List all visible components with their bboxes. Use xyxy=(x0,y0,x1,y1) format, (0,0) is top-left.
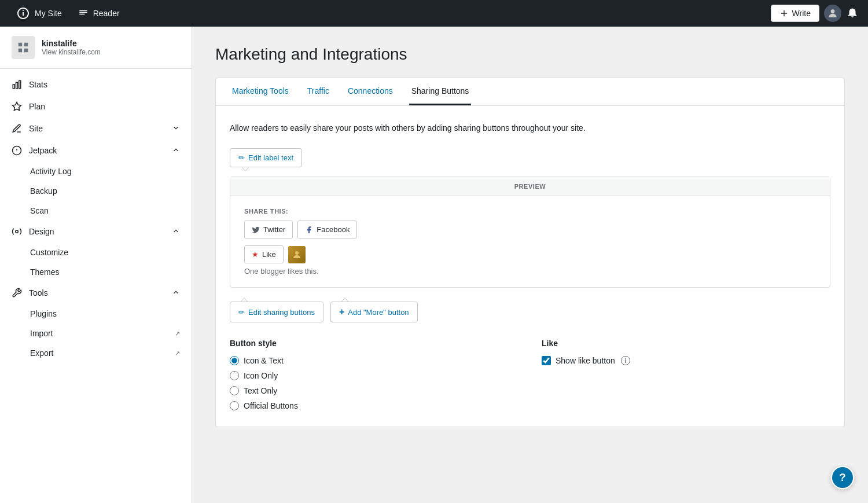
preview-header: PREVIEW xyxy=(230,177,830,196)
user-avatar[interactable] xyxy=(824,5,841,22)
tab-connections[interactable]: Connections xyxy=(345,78,395,105)
site-chevron-icon xyxy=(172,124,180,134)
like-button[interactable]: ★ Like xyxy=(244,245,284,263)
radio-official-label: Official Buttons xyxy=(244,401,298,410)
plan-label: Plan xyxy=(29,102,45,111)
facebook-btn-label: Facebook xyxy=(317,225,350,234)
button-style-radio-group: Icon & Text Icon Only Text Only xyxy=(230,356,518,410)
sidebar-item-plan[interactable]: Plan xyxy=(0,96,192,118)
radio-icon-text-input[interactable] xyxy=(230,356,239,365)
radio-icon-only-input[interactable] xyxy=(230,371,239,380)
write-label: Write xyxy=(792,9,811,18)
radio-official-input[interactable] xyxy=(230,401,239,410)
like-title: Like xyxy=(542,339,830,348)
svg-rect-7 xyxy=(19,80,21,89)
radio-text-only-input[interactable] xyxy=(230,386,239,395)
radio-icon-text[interactable]: Icon & Text xyxy=(230,356,518,365)
share-this-label: SHARE THIS: xyxy=(244,208,816,215)
svg-marker-8 xyxy=(13,102,21,111)
sidebar-item-customize[interactable]: Customize xyxy=(0,243,192,262)
share-buttons-row: Twitter Facebook xyxy=(244,221,816,238)
like-section: ★ Like xyxy=(244,245,816,263)
sidebar-item-scan[interactable]: Scan xyxy=(0,201,192,221)
stats-label: Stats xyxy=(29,80,47,89)
svg-rect-5 xyxy=(13,85,14,89)
settings-section: Button style Icon & Text Icon Only xyxy=(230,339,830,410)
reader-nav-item[interactable]: Reader xyxy=(71,8,127,19)
jetpack-chevron-icon xyxy=(172,146,180,156)
export-external-icon: ↗ xyxy=(175,350,180,357)
sidebar-item-export[interactable]: Export ↗ xyxy=(0,343,192,363)
site-url: View kinstalife.com xyxy=(42,48,101,56)
radio-text-only[interactable]: Text Only xyxy=(230,386,518,395)
sharing-description: Allow readers to easily share your posts… xyxy=(230,122,830,134)
sidebar-item-tools[interactable]: Tools xyxy=(0,282,192,304)
sidebar: kinstalife View kinstalife.com Stats Pla… xyxy=(0,27,192,503)
backup-label: Backup xyxy=(30,186,57,196)
svg-point-0 xyxy=(831,9,835,13)
like-col: Like Show like button i xyxy=(542,339,830,410)
add-more-label: Add "More" button xyxy=(348,308,409,317)
sidebar-item-site[interactable]: Site xyxy=(0,118,192,139)
svg-point-13 xyxy=(295,251,299,255)
design-chevron-icon xyxy=(172,227,180,237)
jetpack-label: Jetpack xyxy=(29,146,57,155)
button-style-col: Button style Icon & Text Icon Only xyxy=(230,339,518,410)
svg-rect-6 xyxy=(16,82,18,89)
show-like-button-checkbox[interactable]: Show like button i xyxy=(542,356,830,365)
main-content: Marketing and Integrations Marketing Too… xyxy=(192,27,868,503)
top-navigation: My Site Reader Write xyxy=(0,0,868,27)
design-label: Design xyxy=(29,227,54,236)
customize-label: Customize xyxy=(30,248,68,257)
my-site-nav-item[interactable]: My Site xyxy=(9,6,69,20)
add-more-button[interactable]: + Add "More" button xyxy=(330,302,418,322)
preview-section: PREVIEW SHARE THIS: Twitter Facebook xyxy=(230,177,830,288)
edit-label-text-label: Edit label text xyxy=(248,153,293,162)
sidebar-item-design[interactable]: Design xyxy=(0,221,192,243)
tools-label: Tools xyxy=(29,288,48,298)
site-label: Site xyxy=(29,124,43,133)
sidebar-item-jetpack[interactable]: Jetpack xyxy=(0,139,192,161)
sidebar-item-stats[interactable]: Stats xyxy=(0,74,192,96)
sidebar-item-import[interactable]: Import ↗ xyxy=(0,324,192,343)
svg-rect-2 xyxy=(24,43,28,46)
scan-label: Scan xyxy=(30,206,49,215)
twitter-share-button[interactable]: Twitter xyxy=(244,221,293,238)
activity-log-label: Activity Log xyxy=(30,167,72,176)
sidebar-item-themes[interactable]: Themes xyxy=(0,262,192,282)
plugins-label: Plugins xyxy=(30,309,57,318)
content-card: Marketing Tools Traffic Connections Shar… xyxy=(215,78,845,427)
site-name: kinstalife xyxy=(42,39,101,48)
edit-label-text-button[interactable]: ✏ Edit label text xyxy=(230,148,302,167)
site-header[interactable]: kinstalife View kinstalife.com xyxy=(0,27,192,69)
svg-point-12 xyxy=(16,230,19,233)
one-blogger-text: One blogger likes this. xyxy=(244,267,816,276)
sidebar-item-activity-log[interactable]: Activity Log xyxy=(0,161,192,181)
sidebar-item-plugins[interactable]: Plugins xyxy=(0,304,192,324)
tools-chevron-icon xyxy=(172,288,180,298)
facebook-share-button[interactable]: Facebook xyxy=(297,221,357,238)
help-icon: ? xyxy=(840,472,846,484)
radio-official-buttons[interactable]: Official Buttons xyxy=(230,401,518,410)
show-like-info-icon[interactable]: i xyxy=(621,356,630,365)
svg-rect-1 xyxy=(19,43,22,46)
help-button[interactable]: ? xyxy=(831,466,854,489)
tab-sharing-buttons[interactable]: Sharing Buttons xyxy=(409,78,472,105)
radio-icon-only[interactable]: Icon Only xyxy=(230,371,518,380)
site-icon xyxy=(12,36,35,59)
notifications-bell[interactable] xyxy=(846,6,859,21)
export-label: Export xyxy=(30,348,53,358)
action-buttons: ✏ Edit sharing buttons + Add "More" butt… xyxy=(230,302,830,322)
edit-sharing-buttons-button[interactable]: ✏ Edit sharing buttons xyxy=(230,302,323,322)
tab-traffic[interactable]: Traffic xyxy=(305,78,332,105)
show-like-checkbox-input[interactable] xyxy=(542,356,551,365)
write-button[interactable]: Write xyxy=(771,5,819,22)
svg-rect-4 xyxy=(24,49,28,52)
tab-marketing-tools[interactable]: Marketing Tools xyxy=(230,78,291,105)
edit-sharing-label: Edit sharing buttons xyxy=(248,308,315,317)
import-label: Import xyxy=(30,329,53,338)
page-title: Marketing and Integrations xyxy=(215,45,845,64)
sidebar-item-backup[interactable]: Backup xyxy=(0,181,192,201)
blogger-avatar xyxy=(288,246,306,263)
show-like-label: Show like button xyxy=(556,356,615,365)
